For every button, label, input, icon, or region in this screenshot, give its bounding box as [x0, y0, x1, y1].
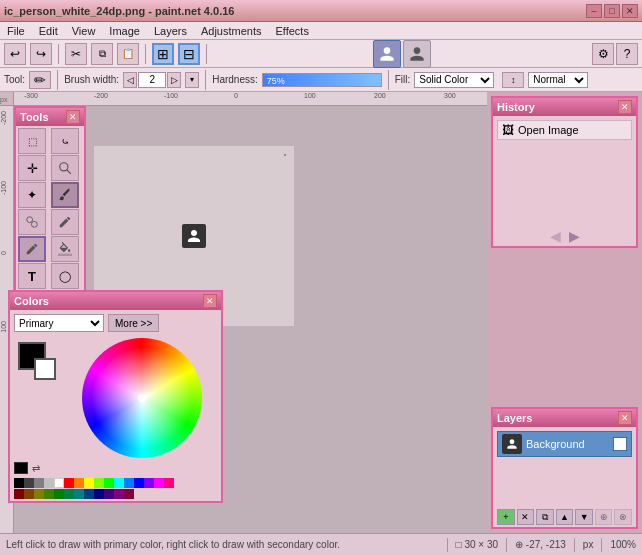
- menu-file[interactable]: File: [4, 25, 28, 37]
- brush-width-increase[interactable]: ▷: [167, 72, 181, 88]
- layer-dup-btn[interactable]: ⧉: [536, 509, 554, 525]
- status-text-left: Left click to draw with primary color, r…: [6, 539, 340, 550]
- palette-swatch[interactable]: [124, 478, 134, 488]
- tool-select-rect[interactable]: ⬚: [18, 128, 46, 154]
- right-panels: History ✕ 🖼 Open Image ◀ ▶: [487, 92, 642, 533]
- layers-panel-title: Layers: [497, 412, 532, 424]
- menu-adjustments[interactable]: Adjustments: [198, 25, 265, 37]
- palette-swatch[interactable]: [14, 489, 24, 499]
- palette-swatch[interactable]: [44, 489, 54, 499]
- paste-button[interactable]: 📋: [117, 43, 139, 65]
- history-empty-space: [497, 142, 632, 202]
- history-undo-btn[interactable]: ◀: [550, 228, 561, 244]
- more-button[interactable]: More >>: [108, 314, 159, 332]
- palette-swatch[interactable]: [104, 489, 114, 499]
- palette-swatch[interactable]: [104, 478, 114, 488]
- palette-swatch[interactable]: [134, 478, 144, 488]
- maximize-button[interactable]: □: [604, 4, 620, 18]
- minimize-button[interactable]: –: [586, 4, 602, 18]
- palette-swatch[interactable]: [144, 478, 154, 488]
- crop-button[interactable]: ⊞: [152, 43, 174, 65]
- tool-move[interactable]: ✛: [18, 155, 46, 181]
- swap-colors-icon[interactable]: ⇄: [32, 463, 40, 474]
- copy-button[interactable]: ⧉: [91, 43, 113, 65]
- menu-image[interactable]: Image: [106, 25, 143, 37]
- palette-swatch[interactable]: [34, 478, 44, 488]
- tool-pencil[interactable]: [51, 209, 79, 235]
- palette-swatch[interactable]: [94, 478, 104, 488]
- colors-panel-close[interactable]: ✕: [203, 294, 217, 308]
- blend-arrows[interactable]: ↕: [502, 72, 524, 88]
- palette-swatch[interactable]: [164, 478, 174, 488]
- tool-clone[interactable]: [18, 209, 46, 235]
- layer-delete-btn[interactable]: ✕: [517, 509, 535, 525]
- layer-down-btn[interactable]: ▼: [575, 509, 593, 525]
- tool-magic-wand[interactable]: ✦: [18, 182, 46, 208]
- ruler-mark-200: 200: [374, 92, 386, 99]
- ruler-corner: px: [0, 92, 14, 106]
- app-window: ic_person_white_24dp.png - paint.net 4.0…: [0, 0, 642, 555]
- secondary-color-swatch[interactable]: [34, 358, 56, 380]
- brush-width-input[interactable]: 2: [138, 72, 166, 88]
- layer-visibility-check[interactable]: ✓: [613, 437, 627, 451]
- person-avatar-1: [373, 40, 401, 68]
- palette-swatch[interactable]: [84, 478, 94, 488]
- cut-button[interactable]: ✂: [65, 43, 87, 65]
- menu-view[interactable]: View: [69, 25, 99, 37]
- canvas-dot: [284, 154, 286, 156]
- history-item-open-image[interactable]: 🖼 Open Image: [497, 120, 632, 140]
- palette-swatch[interactable]: [24, 478, 34, 488]
- palette-swatch[interactable]: [54, 489, 64, 499]
- close-button[interactable]: ✕: [622, 4, 638, 18]
- layer-merge-btn[interactable]: ⊕: [595, 509, 613, 525]
- palette-swatch[interactable]: [114, 489, 124, 499]
- hardness-slider[interactable]: 75%: [262, 73, 382, 87]
- history-redo-btn[interactable]: ▶: [569, 228, 580, 244]
- palette-swatch[interactable]: [94, 489, 104, 499]
- tool-text[interactable]: T: [18, 263, 46, 289]
- history-panel-close[interactable]: ✕: [618, 100, 632, 114]
- current-tool-icon: ✏: [29, 71, 51, 89]
- layer-item-background[interactable]: Background ✓: [497, 431, 632, 457]
- layer-flatten-btn[interactable]: ⊗: [614, 509, 632, 525]
- layer-up-btn[interactable]: ▲: [556, 509, 574, 525]
- palette-swatch[interactable]: [54, 478, 64, 488]
- help-btn[interactable]: ?: [616, 43, 638, 65]
- undo-button[interactable]: ↩: [4, 43, 26, 65]
- layer-add-btn[interactable]: +: [497, 509, 515, 525]
- palette-swatch[interactable]: [84, 489, 94, 499]
- palette-swatch[interactable]: [74, 489, 84, 499]
- palette-swatch[interactable]: [64, 489, 74, 499]
- palette-swatch[interactable]: [64, 478, 74, 488]
- layers-panel-close[interactable]: ✕: [618, 411, 632, 425]
- black-swatch[interactable]: [14, 462, 28, 474]
- palette-swatch[interactable]: [44, 478, 54, 488]
- menu-edit[interactable]: Edit: [36, 25, 61, 37]
- tool-fill[interactable]: [51, 236, 79, 262]
- tool-paint-brush[interactable]: [51, 182, 79, 208]
- palette-swatch[interactable]: [14, 478, 24, 488]
- color-mode-select[interactable]: Primary: [14, 314, 104, 332]
- brush-width-decrease[interactable]: ◁: [123, 72, 137, 88]
- redo-button[interactable]: ↪: [30, 43, 52, 65]
- color-wheel[interactable]: [82, 338, 202, 458]
- blend-select[interactable]: Normal: [528, 72, 588, 88]
- tool-active[interactable]: [18, 236, 46, 262]
- palette-swatch[interactable]: [24, 489, 34, 499]
- deselect-button[interactable]: ⊟: [178, 43, 200, 65]
- tool-shapes[interactable]: ◯: [51, 263, 79, 289]
- tools-panel-close[interactable]: ✕: [66, 110, 80, 124]
- palette-swatch[interactable]: [74, 478, 84, 488]
- brush-width-dropdown[interactable]: ▾: [185, 72, 199, 88]
- palette-swatch[interactable]: [124, 489, 134, 499]
- tool-select-lasso[interactable]: ⤿: [51, 128, 79, 154]
- menu-layers[interactable]: Layers: [151, 25, 190, 37]
- menu-effects[interactable]: Effects: [273, 25, 312, 37]
- palette-swatch[interactable]: [34, 489, 44, 499]
- palette-swatch[interactable]: [114, 478, 124, 488]
- fill-select[interactable]: Solid Color: [414, 72, 494, 88]
- tool-zoom[interactable]: [51, 155, 79, 181]
- color-wheel-disc[interactable]: [82, 338, 202, 458]
- settings-btn[interactable]: ⚙: [592, 43, 614, 65]
- palette-swatch[interactable]: [154, 478, 164, 488]
